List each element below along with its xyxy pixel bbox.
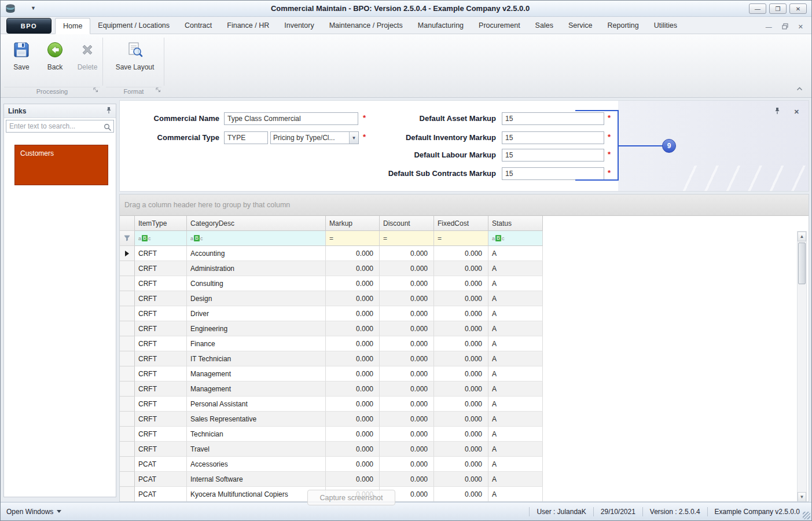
save-layout-button[interactable]: Save Layout bbox=[111, 38, 159, 82]
cell-itemtype[interactable]: PCAT bbox=[135, 487, 187, 502]
cell-fixedcost[interactable]: 0.000 bbox=[434, 427, 488, 442]
pin-icon[interactable] bbox=[774, 107, 780, 117]
cell-categorydesc[interactable]: Consulting bbox=[187, 276, 326, 291]
cell-discount[interactable]: 0.000 bbox=[380, 381, 434, 397]
processing-dialog-launcher-icon[interactable] bbox=[93, 85, 98, 95]
cell-markup[interactable]: 0.000 bbox=[326, 397, 380, 412]
search-icon[interactable] bbox=[104, 123, 111, 133]
cell-fixedcost[interactable]: 0.000 bbox=[434, 261, 488, 276]
cell-categorydesc[interactable]: Accessories bbox=[187, 457, 326, 472]
cell-itemtype[interactable]: CRFT bbox=[135, 397, 187, 412]
cell-fixedcost[interactable]: 0.000 bbox=[434, 306, 488, 321]
cell-fixedcost[interactable]: 0.000 bbox=[434, 442, 488, 457]
cell-itemtype[interactable]: CRFT bbox=[135, 427, 187, 442]
column-header-categorydesc[interactable]: CategoryDesc bbox=[187, 216, 326, 231]
row-indicator[interactable] bbox=[120, 397, 135, 412]
cell-itemtype[interactable]: CRFT bbox=[135, 412, 187, 427]
cell-discount[interactable]: 0.000 bbox=[380, 366, 434, 381]
cell-itemtype[interactable]: CRFT bbox=[135, 321, 187, 336]
save-button[interactable]: Save bbox=[5, 38, 38, 82]
cell-itemtype[interactable]: CRFT bbox=[135, 291, 187, 306]
cell-discount[interactable]: 0.000 bbox=[380, 306, 434, 321]
cell-markup[interactable]: 0.000 bbox=[326, 442, 380, 457]
cell-itemtype[interactable]: CRFT bbox=[135, 336, 187, 351]
cell-discount[interactable]: 0.000 bbox=[380, 351, 434, 366]
cell-discount[interactable]: 0.000 bbox=[380, 321, 434, 336]
row-indicator[interactable] bbox=[120, 442, 135, 457]
cell-status[interactable]: A bbox=[488, 457, 543, 472]
cell-fixedcost[interactable]: 0.000 bbox=[434, 336, 488, 351]
cell-status[interactable]: A bbox=[488, 366, 543, 381]
row-indicator[interactable] bbox=[120, 472, 135, 487]
cell-discount[interactable]: 0.000 bbox=[380, 261, 434, 276]
close-pane-icon[interactable]: ✕ bbox=[794, 108, 799, 116]
tab-maintenance-projects[interactable]: Maintenance / Projects bbox=[322, 17, 410, 34]
format-dialog-launcher-icon[interactable] bbox=[156, 85, 161, 95]
filter-cell-fixedcost[interactable]: = bbox=[434, 231, 488, 246]
cell-fixedcost[interactable]: 0.000 bbox=[434, 351, 488, 366]
row-indicator[interactable] bbox=[120, 276, 135, 291]
cell-markup[interactable]: 0.000 bbox=[326, 261, 380, 276]
cell-markup[interactable]: 0.000 bbox=[326, 427, 380, 442]
cell-status[interactable]: A bbox=[488, 291, 543, 306]
cell-fixedcost[interactable]: 0.000 bbox=[434, 487, 488, 502]
cell-status[interactable]: A bbox=[488, 276, 543, 291]
cell-fixedcost[interactable]: 0.000 bbox=[434, 397, 488, 412]
row-indicator[interactable] bbox=[120, 246, 135, 261]
maximize-button[interactable]: ❐ bbox=[769, 3, 787, 14]
cell-discount[interactable]: 0.000 bbox=[380, 276, 434, 291]
filter-cell-status[interactable]: aBc bbox=[488, 231, 543, 246]
cell-categorydesc[interactable]: Driver bbox=[187, 306, 326, 321]
row-indicator[interactable] bbox=[120, 487, 135, 502]
cell-categorydesc[interactable]: Accounting bbox=[187, 246, 326, 261]
cell-categorydesc[interactable]: Finance bbox=[187, 336, 326, 351]
tab-contract[interactable]: Contract bbox=[177, 17, 219, 34]
cell-itemtype[interactable]: PCAT bbox=[135, 457, 187, 472]
resize-grip[interactable] bbox=[803, 512, 810, 519]
commercial-type-input[interactable] bbox=[224, 131, 268, 144]
cell-discount[interactable]: 0.000 bbox=[380, 457, 434, 472]
cell-fixedcost[interactable]: 0.000 bbox=[434, 457, 488, 472]
tab-home[interactable]: Home bbox=[55, 18, 90, 34]
cell-markup[interactable]: 0.000 bbox=[326, 306, 380, 321]
cell-discount[interactable]: 0.000 bbox=[380, 442, 434, 457]
column-header-fixedcost[interactable]: FixedCost bbox=[434, 216, 488, 231]
cell-categorydesc[interactable]: Internal Software bbox=[187, 472, 326, 487]
cell-fixedcost[interactable]: 0.000 bbox=[434, 291, 488, 306]
cell-discount[interactable]: 0.000 bbox=[380, 412, 434, 427]
commercial-name-input[interactable] bbox=[224, 112, 358, 125]
cell-fixedcost[interactable]: 0.000 bbox=[434, 472, 488, 487]
cell-categorydesc[interactable]: Kyocera Multifunctional Copiers bbox=[187, 487, 326, 502]
delete-button[interactable]: Delete bbox=[71, 38, 104, 82]
cell-status[interactable]: A bbox=[488, 336, 543, 351]
mdi-restore-icon[interactable] bbox=[782, 21, 788, 32]
cell-fixedcost[interactable]: 0.000 bbox=[434, 412, 488, 427]
cell-discount[interactable]: 0.000 bbox=[380, 246, 434, 261]
cell-fixedcost[interactable]: 0.000 bbox=[434, 321, 488, 336]
tab-manufacturing[interactable]: Manufacturing bbox=[410, 17, 471, 34]
scrollbar-thumb[interactable] bbox=[798, 243, 806, 284]
filter-cell-categorydesc[interactable]: aBc bbox=[187, 231, 326, 246]
cell-categorydesc[interactable]: Administration bbox=[187, 261, 326, 276]
column-header-itemtype[interactable]: ItemType bbox=[135, 216, 187, 231]
cell-discount[interactable]: 0.000 bbox=[380, 397, 434, 412]
cell-itemtype[interactable]: CRFT bbox=[135, 261, 187, 276]
cell-status[interactable]: A bbox=[488, 442, 543, 457]
cell-status[interactable]: A bbox=[488, 487, 543, 502]
group-by-bar[interactable]: Drag a column header here to group by th… bbox=[120, 195, 809, 216]
cell-itemtype[interactable]: CRFT bbox=[135, 366, 187, 381]
capture-screenshot-button[interactable]: Capture screenshot bbox=[307, 490, 395, 505]
cell-itemtype[interactable]: CRFT bbox=[135, 442, 187, 457]
row-indicator[interactable] bbox=[120, 336, 135, 351]
mdi-minimize-icon[interactable]: — bbox=[766, 23, 772, 30]
cell-categorydesc[interactable]: Travel bbox=[187, 442, 326, 457]
close-button[interactable]: ✕ bbox=[789, 3, 807, 14]
app-icon[interactable] bbox=[5, 3, 16, 16]
cell-markup[interactable]: 0.000 bbox=[326, 291, 380, 306]
cell-categorydesc[interactable]: Management bbox=[187, 366, 326, 381]
cell-status[interactable]: A bbox=[488, 321, 543, 336]
vertical-scrollbar[interactable]: ▲ ▼ bbox=[797, 231, 807, 502]
application-menu-button[interactable]: BPO bbox=[6, 18, 52, 34]
row-indicator[interactable] bbox=[120, 261, 135, 276]
cell-discount[interactable]: 0.000 bbox=[380, 427, 434, 442]
